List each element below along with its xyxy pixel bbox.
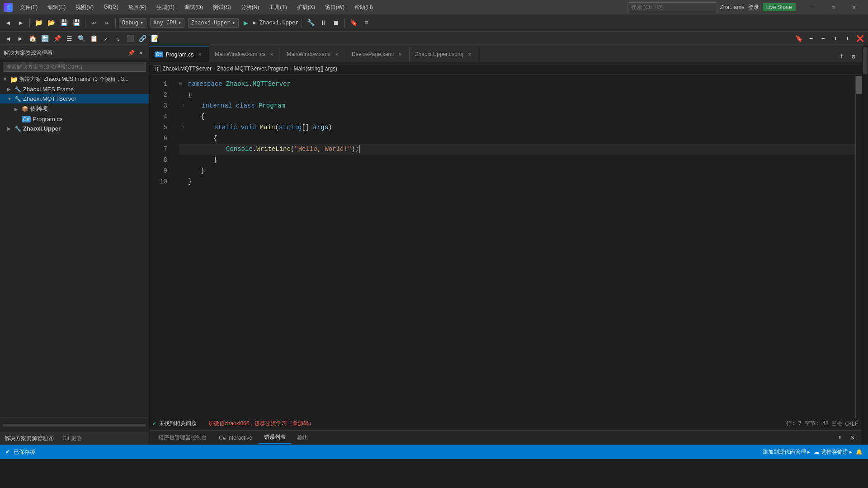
menu-item[interactable]: 调试(D) bbox=[180, 2, 208, 13]
menu-item[interactable]: 测试(S) bbox=[208, 2, 236, 13]
editor-scrollbar[interactable] bbox=[855, 75, 862, 418]
collapse-3[interactable]: ⊟ bbox=[181, 100, 187, 111]
tab-close-programcs[interactable]: ✕ bbox=[196, 51, 203, 58]
tab-mainwindowxaml[interactable]: MainWindow.xaml ✕ bbox=[281, 47, 346, 62]
undo-button[interactable]: ↩ bbox=[89, 18, 99, 28]
tree-item-upper[interactable]: ▶ 🔧 Zhaoxi.Upper bbox=[0, 124, 149, 133]
tree-item-programcs[interactable]: C# Program.cs bbox=[0, 114, 149, 124]
menu-item[interactable]: 视图(V) bbox=[71, 2, 98, 13]
breadcrumb-collapse-icon[interactable]: {} bbox=[153, 65, 160, 72]
panel-expand-icon[interactable]: ⬆ bbox=[835, 432, 845, 443]
forward-button[interactable]: ▶ bbox=[15, 18, 26, 28]
debug-mode-dropdown[interactable]: Debug ▾ bbox=[119, 18, 146, 28]
collapse-5[interactable]: ⊟ bbox=[181, 122, 187, 133]
tab-new-button[interactable]: + bbox=[836, 51, 847, 62]
tb2-btn9[interactable]: ↗ bbox=[100, 33, 111, 44]
new-solution-button[interactable]: 📁 bbox=[33, 18, 44, 28]
scrollbar-thumb[interactable] bbox=[856, 76, 862, 94]
attach-button[interactable]: 🔧 bbox=[305, 18, 316, 28]
pause-button[interactable]: ⏸ bbox=[318, 18, 329, 28]
tab-close-mainwindowxamlcs[interactable]: ✕ bbox=[268, 51, 275, 58]
stop-button[interactable]: ⏹ bbox=[330, 18, 341, 28]
tree-item-deps[interactable]: ▶ 📦 依赖项 bbox=[0, 103, 149, 114]
tb2-btn8[interactable]: 📋 bbox=[88, 33, 99, 44]
tb2-btn1[interactable]: ◀ bbox=[3, 33, 14, 44]
run-button[interactable]: ▶ bbox=[241, 18, 251, 28]
collapse-1[interactable]: ⊟ bbox=[179, 79, 185, 89]
tb2-right-btn5[interactable]: ⬇ bbox=[842, 33, 853, 44]
platform-dropdown[interactable]: Any CPU ▾ bbox=[150, 18, 184, 28]
redo-button[interactable]: ↪ bbox=[101, 18, 112, 28]
sidebar-tab-git[interactable]: Git 更改 bbox=[58, 435, 86, 442]
tab-programcs[interactable]: C# Program.cs ✕ bbox=[149, 47, 209, 62]
maximize-button[interactable]: ☐ bbox=[823, 0, 844, 14]
menu-item[interactable]: 编辑(E) bbox=[43, 2, 70, 13]
tab-csharp-interactive[interactable]: C# Interactive bbox=[213, 433, 258, 443]
menu-item[interactable]: 项目(P) bbox=[124, 2, 151, 13]
tree-item-solution[interactable]: ▼ 📁 解决方案 'Zhaoxi.MES.Frame' (3 个项目，3... bbox=[0, 74, 149, 84]
sidebar-tab-solution[interactable]: 解决方案资源管理器 bbox=[0, 435, 58, 442]
menu-item[interactable]: 帮助(H) bbox=[350, 2, 377, 13]
tb2-btn5[interactable]: 📌 bbox=[52, 33, 62, 44]
tab-settings-button[interactable]: ⚙ bbox=[848, 51, 859, 62]
global-search-input[interactable] bbox=[627, 2, 717, 12]
close-button[interactable]: ✕ bbox=[844, 0, 864, 14]
tb2-right-btn6[interactable]: ❌ bbox=[854, 33, 865, 44]
tree-item-mesframe[interactable]: ▶ 🔧 Zhaoxi.MES.Frame bbox=[0, 84, 149, 94]
live-share-button[interactable]: Live Share bbox=[763, 3, 796, 11]
sidebar-scrollbar[interactable] bbox=[3, 424, 146, 427]
bookmark-button[interactable]: 🔖 bbox=[348, 18, 359, 28]
sidebar-pin-icon[interactable]: 📌 bbox=[127, 49, 135, 57]
tab-devicepagexaml[interactable]: DevicePage.xaml ✕ bbox=[346, 47, 410, 62]
menu-item[interactable]: Git(G) bbox=[99, 2, 123, 13]
tb2-btn12[interactable]: 🔗 bbox=[137, 33, 148, 44]
menu-item[interactable]: 窗口(W) bbox=[321, 2, 349, 13]
save-button[interactable]: 💾 bbox=[58, 18, 69, 28]
menu-item[interactable]: 工具(T) bbox=[264, 2, 291, 13]
tb2-btn2[interactable]: ▶ bbox=[15, 33, 26, 44]
tb2-right-btn2[interactable]: ⬅ bbox=[806, 33, 816, 44]
menu-item[interactable]: 扩展(X) bbox=[292, 2, 320, 13]
run-label[interactable]: ▶ Zhaoxi.Upper bbox=[253, 19, 299, 26]
tb2-right-btn4[interactable]: ⬆ bbox=[830, 33, 841, 44]
breadcrumb-class[interactable]: Zhaoxi.MQTTServer.Program bbox=[217, 66, 288, 72]
open-button[interactable]: 📂 bbox=[46, 18, 57, 28]
tb2-btn6[interactable]: ☰ bbox=[64, 33, 75, 44]
tb2-btn3[interactable]: 🏠 bbox=[27, 33, 38, 44]
minimize-button[interactable]: — bbox=[802, 0, 823, 14]
tab-close-mainwindowxaml[interactable]: ✕ bbox=[333, 51, 340, 58]
tb2-btn10[interactable]: ↘ bbox=[113, 33, 123, 44]
menu-item[interactable]: 分析(N) bbox=[236, 2, 264, 13]
breadcrumb-namespace[interactable]: Zhaoxi.MQTTServer bbox=[162, 66, 212, 72]
menu-item[interactable]: 生成(B) bbox=[152, 2, 179, 13]
login-button[interactable]: 登录 bbox=[748, 4, 759, 11]
sidebar-search-input[interactable] bbox=[3, 62, 146, 72]
tb2-btn11[interactable]: ⬛ bbox=[125, 33, 136, 44]
tab-package-manager[interactable]: 程序包管理器控制台 bbox=[153, 432, 212, 443]
tab-csproj[interactable]: Zhaoxi.Upper.csproj ✕ bbox=[410, 47, 479, 62]
tb2-btn13[interactable]: 📝 bbox=[149, 33, 160, 44]
tab-error-list[interactable]: 错误列表 bbox=[259, 432, 291, 444]
tree-item-mqttserver[interactable]: ▼ 🔧 Zhaoxi.MQTTServer bbox=[0, 94, 149, 103]
tb2-btn7[interactable]: 🔍 bbox=[76, 33, 87, 44]
tb2-btn4[interactable]: 🔙 bbox=[39, 33, 50, 44]
tb2-right-btn1[interactable]: 🔖 bbox=[793, 33, 804, 44]
minimap-scroll[interactable] bbox=[863, 47, 868, 74]
tb2-right-btn3[interactable]: ➡ bbox=[818, 33, 829, 44]
back-button[interactable]: ◀ bbox=[3, 18, 14, 28]
tab-close-devicepagexaml[interactable]: ✕ bbox=[396, 51, 404, 58]
notification-icon[interactable]: 🔔 bbox=[856, 449, 863, 455]
save-all-button[interactable]: 💾 bbox=[71, 18, 82, 28]
add-source-control[interactable]: 添加到源代码管理 ▸ bbox=[763, 448, 810, 456]
tab-output[interactable]: 输出 bbox=[292, 432, 314, 443]
sidebar-close-icon[interactable]: ✕ bbox=[137, 49, 145, 57]
select-repo[interactable]: ☁ 选择存储库 ▸ bbox=[814, 448, 852, 456]
panel-close-icon[interactable]: ✕ bbox=[847, 432, 858, 443]
tab-close-csproj[interactable]: ✕ bbox=[466, 51, 473, 58]
format-button[interactable]: ≡ bbox=[361, 18, 372, 28]
startup-project-dropdown[interactable]: Zhaoxi.Upper ▾ bbox=[188, 18, 239, 28]
menu-item[interactable]: 文件(F) bbox=[15, 2, 42, 13]
code-area[interactable]: ⊟ namespace Zhaoxi.MQTTServer { ⊟ intern… bbox=[172, 75, 855, 418]
breadcrumb-method[interactable]: Main(string[] args) bbox=[293, 66, 337, 72]
tab-mainwindowxamlcs[interactable]: MainWindow.xaml.cs ✕ bbox=[209, 47, 281, 62]
